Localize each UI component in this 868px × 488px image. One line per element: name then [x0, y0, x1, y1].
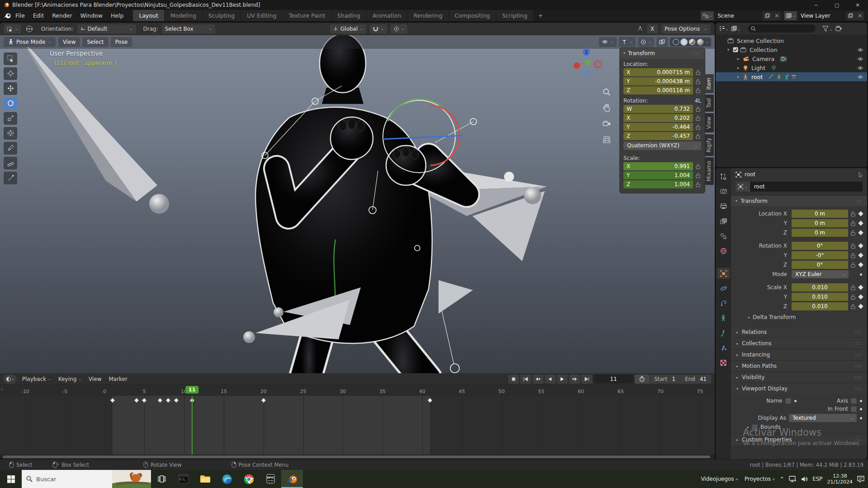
hide-eye-icon[interactable]	[857, 48, 863, 52]
new-collection-button[interactable]	[835, 26, 842, 32]
remove-view-layer-icon[interactable]: ✕	[855, 13, 864, 19]
hide-eye-icon[interactable]	[857, 66, 863, 70]
rotation-field-row[interactable]: W0.732	[620, 105, 705, 113]
shading-material-icon[interactable]	[689, 39, 695, 45]
lock-open-icon[interactable]	[851, 262, 856, 267]
outliner-item-label[interactable]: Camera	[752, 56, 774, 62]
render-tab[interactable]	[717, 186, 730, 197]
property-row[interactable]: Z 0°	[736, 261, 863, 269]
property-row[interactable]: Y 0.010	[736, 293, 863, 301]
location-field-row[interactable]: Z0.000116 m	[620, 86, 705, 94]
menu-item[interactable]: Help	[107, 12, 128, 19]
property-row[interactable]: Y 0 m	[736, 219, 863, 227]
workspace-tab[interactable]: Scripting	[496, 10, 534, 21]
frame-start-field[interactable]: Start 1	[650, 375, 680, 384]
display-axis-toggle[interactable]: Axis	[802, 398, 863, 404]
lock-open-icon[interactable]	[696, 79, 701, 84]
hide-eye-icon[interactable]	[857, 75, 863, 79]
timeline-menu-view[interactable]: View	[85, 376, 105, 382]
lock-open-icon[interactable]	[851, 230, 856, 235]
hidden-icons-chevron[interactable]: ⌃	[779, 476, 784, 483]
transform-panel-header[interactable]: ▾ Transform ::::	[731, 195, 867, 206]
play-reverse-button[interactable]	[545, 375, 556, 384]
panel-section-header[interactable]: ▸ Relations ::::	[731, 326, 867, 338]
chrome-browser-icon[interactable]	[238, 470, 259, 488]
location-field-row[interactable]: Y-0.000438 m	[620, 77, 705, 85]
output-tab[interactable]	[717, 201, 730, 211]
property-row[interactable]: Scale X 0.010	[736, 283, 863, 291]
volume-icon[interactable]	[801, 476, 808, 482]
tool-annotate[interactable]	[4, 142, 17, 155]
overlays-dropdown[interactable]: ⌄	[638, 37, 655, 47]
jump-to-start-button[interactable]	[520, 375, 531, 384]
proportional-editing-dropdown[interactable]: ⌄	[391, 24, 408, 33]
lock-open-icon[interactable]	[851, 294, 856, 300]
keyframe-diamond-icon[interactable]	[858, 243, 863, 248]
viewport-menu[interactable]: View	[58, 37, 80, 47]
n-panel-tab[interactable]: Tool	[705, 94, 714, 112]
playhead[interactable]	[192, 396, 193, 455]
scene-name[interactable]: Scene	[714, 11, 763, 20]
object-tab[interactable]	[717, 268, 730, 279]
outliner-display-mode-dropdown[interactable]: ⌄	[719, 25, 729, 32]
timeline-menu-marker[interactable]: Marker	[105, 376, 131, 382]
workspace-tab[interactable]: Rendering	[408, 10, 449, 21]
lock-open-icon[interactable]	[696, 115, 701, 121]
tool-select-box[interactable]	[4, 52, 17, 65]
timeline-tracks[interactable]	[0, 396, 715, 455]
lock-open-icon[interactable]	[696, 70, 701, 75]
keyframe-diamond-icon[interactable]	[858, 211, 863, 216]
lock-open-icon[interactable]	[696, 124, 701, 130]
rotation-mode-dropdown[interactable]: XYZ Euler ⌄	[792, 270, 849, 278]
rotation-field-row[interactable]: Z-0.457	[620, 132, 705, 140]
panel-section-header[interactable]: ▸ Motion Paths ::::	[731, 360, 867, 371]
new-scene-icon[interactable]	[763, 13, 772, 18]
property-row[interactable]: Z 0 m	[736, 229, 863, 237]
search-box[interactable]: Buscar	[22, 470, 151, 488]
taskbar-toolbar[interactable]: Proyectos»	[745, 476, 775, 482]
timeline-menu-keying[interactable]: Keying⌄	[55, 376, 85, 382]
frame-end-field[interactable]: End 41	[680, 375, 711, 384]
timeline-ruler[interactable]: -10-505101520253035404550556065707511	[0, 385, 715, 396]
delta-transform-header[interactable]: Delta Transform	[753, 314, 796, 320]
mirror-x-toggle[interactable]: X	[647, 24, 658, 33]
play-button[interactable]	[557, 375, 568, 384]
n-panel-tab[interactable]: Rigify	[705, 134, 714, 156]
active-tool-icon[interactable]: ⌄	[4, 24, 21, 33]
scale-field-row[interactable]: Z1.004	[620, 180, 705, 188]
edge-browser-icon[interactable]	[216, 470, 238, 488]
disclosure-icon[interactable]: ▸	[736, 56, 741, 61]
disclosure-icon[interactable]: ▸	[736, 75, 741, 79]
action-center-icon[interactable]	[857, 476, 864, 483]
collection-checkbox[interactable]	[733, 47, 738, 52]
tool-move[interactable]	[4, 82, 17, 95]
keyframe-diamond-icon[interactable]	[858, 304, 863, 309]
n-panel-tab[interactable]: Mixamo	[705, 157, 714, 185]
outliner-item-label[interactable]: Collection	[750, 47, 778, 53]
outliner-item-label[interactable]: Scene Collection	[737, 38, 784, 44]
shading-solid-icon[interactable]	[681, 39, 687, 45]
lock-open-icon[interactable]	[851, 221, 856, 226]
outliner-row-root[interactable]: ▸root	[716, 72, 867, 81]
new-view-layer-icon[interactable]	[846, 13, 855, 18]
view-layer-name[interactable]: View Layer	[797, 11, 846, 20]
maximize-button[interactable]: ▢	[826, 0, 847, 10]
lock-open-icon[interactable]	[851, 253, 856, 258]
lock-open-icon[interactable]	[851, 285, 856, 290]
use-preview-range-toggle[interactable]	[635, 375, 650, 384]
tool-tab[interactable]	[717, 171, 730, 182]
n-panel-tab[interactable]: Item	[705, 74, 714, 93]
lock-open-icon[interactable]	[851, 211, 856, 216]
outliner-row-collection[interactable]: ▾Collection	[716, 45, 867, 54]
workspace-tab[interactable]: Sculpting	[203, 10, 241, 21]
scene-icon[interactable]: ⌄	[701, 11, 714, 20]
outliner-row-camera[interactable]: ▸Camera	[716, 54, 867, 63]
scale-field-row[interactable]: X0.991	[620, 162, 705, 170]
physics-tab[interactable]	[717, 283, 730, 294]
outliner-search-input[interactable]	[748, 24, 816, 33]
lock-open-icon[interactable]	[851, 304, 856, 309]
rotation-mode-dropdown[interactable]: Quaternion (WXYZ) ⌄	[623, 141, 701, 150]
tool-cursor[interactable]	[4, 67, 17, 80]
viewport-menu[interactable]: Select	[82, 37, 108, 47]
mode-dropdown[interactable]: Pose Mode ⌄	[4, 37, 56, 47]
